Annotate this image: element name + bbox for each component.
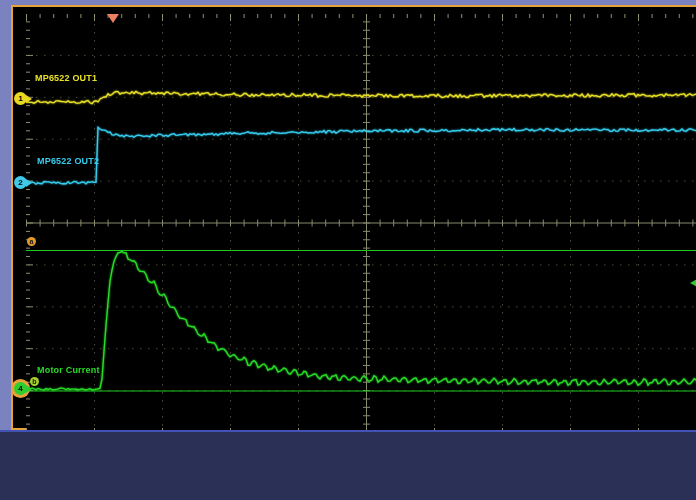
cursor-b-handle[interactable]: b bbox=[30, 377, 39, 386]
channel-4-marker[interactable]: 4 bbox=[14, 382, 27, 395]
trigger-level-arrow-icon[interactable] bbox=[690, 278, 696, 288]
channel-2-marker[interactable]: 2 bbox=[14, 176, 27, 189]
status-bar: C1 10.0V/div 1MΩ BW:20.0M C2 10.0V/div 1… bbox=[0, 430, 696, 500]
trigger-position-marker-icon[interactable] bbox=[107, 14, 119, 23]
ch1-trace-label: MP6522 OUT1 bbox=[35, 73, 97, 83]
waveform-canvas bbox=[26, 14, 696, 435]
scope-display: MP6522 OUT1 MP6522 OUT2 Motor Current 1 … bbox=[11, 5, 696, 430]
ch2-trace-label: MP6522 OUT2 bbox=[37, 156, 99, 166]
channel-1-marker[interactable]: 1 bbox=[14, 92, 27, 105]
ch4-trace-label: Motor Current bbox=[37, 365, 100, 375]
left-bezel bbox=[0, 0, 11, 500]
cursor-a-handle[interactable]: a bbox=[27, 237, 36, 246]
